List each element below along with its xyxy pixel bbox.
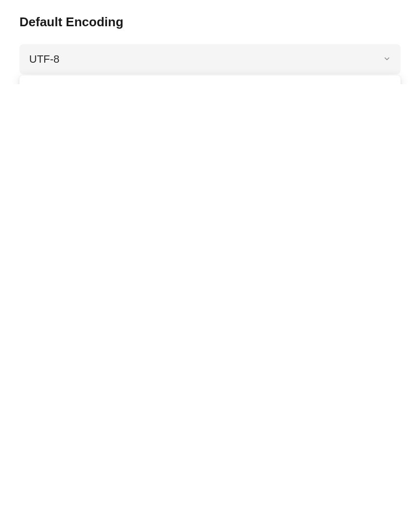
encoding-select-trigger[interactable]: UTF-8 [19,44,401,74]
encoding-option[interactable]: Big5 [27,83,393,84]
chevron-down-icon [383,53,391,66]
encoding-dropdown-panel: Big5EUC-JPEUC-KRGB2312ISO-2022-JPISO-885… [19,75,401,84]
encoding-selected-value: UTF-8 [29,53,59,66]
encoding-select: UTF-8 Big5EUC-JPEUC-KRGB2312ISO-2022-JPI… [19,44,401,74]
default-encoding-label: Default Encoding [19,15,401,30]
